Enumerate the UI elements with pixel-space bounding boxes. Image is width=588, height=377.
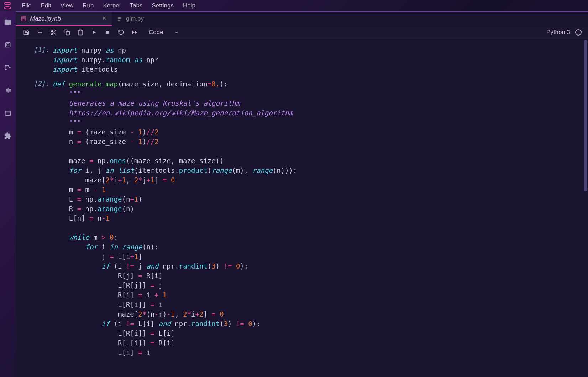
copy-button[interactable] (61, 27, 73, 38)
celltype-label: Code (149, 29, 163, 36)
cell-prompt: [2]: (24, 79, 53, 357)
python-file-icon (117, 16, 122, 22)
svg-rect-23 (66, 32, 70, 35)
jupyter-logo[interactable] (3, 1, 12, 10)
save-button[interactable] (20, 27, 33, 38)
notebook-editor[interactable]: [1]:import numpy as np import numpy.rand… (16, 39, 588, 377)
menu: FileEditViewRunKernelTabsSettingsHelp (17, 1, 200, 11)
notebook-icon (21, 16, 26, 22)
chevron-down-icon (174, 30, 179, 35)
scrollbar[interactable] (584, 40, 587, 376)
menu-file[interactable]: File (17, 1, 36, 11)
svg-marker-25 (93, 31, 96, 34)
cell-code[interactable]: import numpy as np import numpy.random a… (53, 46, 584, 74)
svg-point-1 (4, 7, 11, 9)
code-cell[interactable]: [1]:import numpy as np import numpy.rand… (16, 46, 584, 74)
cut-button[interactable] (47, 27, 60, 38)
tab-label: Maze.ipynb (30, 15, 61, 22)
kernel-name: Python 3 (546, 29, 570, 36)
svg-rect-2 (6, 43, 10, 47)
svg-point-0 (4, 2, 11, 5)
kernel-info[interactable]: Python 3 (546, 29, 584, 36)
celltype-select[interactable]: Code (145, 28, 183, 37)
menubar: FileEditViewRunKernelTabsSettingsHelp (0, 0, 588, 11)
tab-maze-ipynb[interactable]: Maze.ipynb (16, 12, 112, 26)
tabs-icon[interactable] (4, 109, 12, 117)
code-cell[interactable]: [2]:def generate_map(maze_size, decimati… (16, 79, 584, 357)
extension-puzzle-icon[interactable] (4, 132, 12, 140)
svg-rect-7 (5, 111, 11, 116)
svg-line-21 (54, 33, 56, 34)
menu-settings[interactable]: Settings (147, 1, 178, 11)
menu-help[interactable]: Help (178, 1, 200, 11)
tab-glm-py[interactable]: glm.py (112, 12, 208, 26)
menu-run[interactable]: Run (78, 1, 98, 11)
svg-rect-3 (7, 44, 9, 46)
run-all-button[interactable] (128, 27, 141, 38)
add-cell-button[interactable] (33, 27, 46, 38)
cell-prompt: [1]: (24, 46, 53, 74)
scrollbar-thumb[interactable] (584, 40, 587, 191)
file-browser-icon[interactable] (4, 18, 12, 26)
svg-point-19 (51, 33, 53, 35)
tabbar: Maze.ipynbglm.py (16, 12, 588, 26)
git-icon[interactable] (4, 63, 12, 72)
restart-button[interactable] (115, 27, 127, 38)
menu-view[interactable]: View (56, 1, 78, 11)
menu-kernel[interactable]: Kernel (98, 1, 125, 11)
svg-rect-26 (106, 31, 109, 34)
running-icon[interactable] (4, 41, 12, 49)
svg-point-6 (9, 67, 11, 69)
svg-point-18 (51, 30, 53, 32)
svg-marker-27 (132, 31, 135, 34)
left-sidebar (0, 11, 16, 377)
kernel-status-icon (575, 29, 582, 36)
paste-button[interactable] (74, 27, 87, 38)
settings-gear-icon[interactable] (4, 86, 12, 95)
run-button[interactable] (88, 27, 100, 38)
svg-point-5 (5, 69, 7, 70)
svg-marker-28 (135, 31, 137, 34)
svg-line-22 (52, 31, 53, 32)
close-icon[interactable] (102, 15, 107, 22)
menu-edit[interactable]: Edit (36, 1, 56, 11)
menu-tabs[interactable]: Tabs (125, 1, 147, 11)
notebook-toolbar: Code Python 3 (16, 26, 588, 39)
main-area: Maze.ipynbglm.py Code Python 3 [1]:impor… (16, 11, 588, 377)
svg-rect-24 (79, 30, 82, 31)
tab-label: glm.py (126, 15, 144, 22)
stop-button[interactable] (101, 27, 114, 38)
cell-code[interactable]: def generate_map(maze_size, decimation=0… (53, 79, 584, 357)
svg-point-4 (5, 65, 7, 67)
